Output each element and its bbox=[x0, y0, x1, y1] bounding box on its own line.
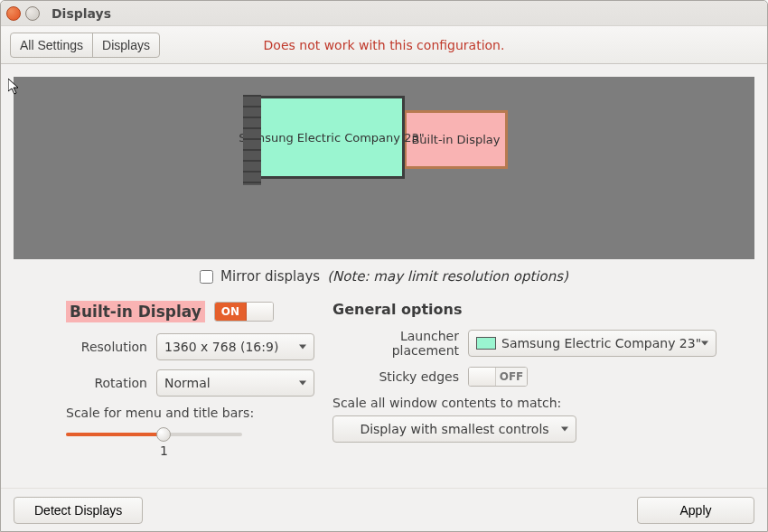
mirror-label: Mirror displays bbox=[220, 268, 320, 285]
monitor-label: Built-in Display bbox=[411, 133, 500, 146]
launcher-placement-select[interactable]: Samsung Electric Company 23" bbox=[468, 330, 716, 357]
general-options-title: General options bbox=[332, 301, 745, 318]
scale-windows-label: Scale all window contents to match: bbox=[332, 396, 745, 410]
config-warning: Does not work with this configuration. bbox=[264, 38, 505, 52]
titlebar: Displays bbox=[1, 1, 767, 26]
settings-area: Built-in Display ON Resolution 1360 x 76… bbox=[1, 285, 767, 454]
toggle-label: OFF bbox=[496, 368, 527, 386]
mirror-checkbox[interactable] bbox=[200, 270, 213, 284]
slider-value: 1 bbox=[160, 443, 168, 458]
rotation-label: Rotation bbox=[66, 376, 147, 390]
general-options-column: General options Launcher placement Samsu… bbox=[332, 301, 745, 454]
mirror-note: (Note: may limit resolution options) bbox=[327, 268, 568, 285]
sticky-edges-toggle[interactable]: OFF bbox=[468, 367, 528, 387]
monitor-label: Samsung Electric Company 23" bbox=[239, 131, 424, 145]
close-icon[interactable] bbox=[6, 6, 21, 21]
toolbar: All Settings Displays Does not work with… bbox=[1, 26, 767, 64]
toggle-knob bbox=[246, 303, 273, 321]
monitor-samsung[interactable]: Samsung Electric Company 23" bbox=[258, 96, 405, 179]
scale-windows-select[interactable]: Display with smallest controls bbox=[332, 415, 576, 443]
chevron-down-icon bbox=[701, 341, 708, 346]
bottom-bar: Detect Displays Apply bbox=[1, 488, 767, 531]
chevron-down-icon bbox=[299, 381, 306, 386]
resolution-select[interactable]: 1360 x 768 (16:9) bbox=[156, 333, 314, 360]
displays-window: Displays All Settings Displays Does not … bbox=[0, 0, 768, 532]
ui-scale-label: Scale for menu and title bars: bbox=[66, 406, 314, 420]
window-title: Displays bbox=[52, 6, 111, 21]
chevron-down-icon bbox=[299, 345, 306, 350]
selected-display-name: Built-in Display bbox=[66, 301, 205, 322]
ui-scale-slider[interactable]: 1 bbox=[66, 425, 242, 454]
breadcrumb-displays[interactable]: Displays bbox=[93, 33, 159, 57]
slider-fill bbox=[66, 433, 164, 436]
toggle-label: ON bbox=[215, 303, 246, 321]
selected-display-column: Built-in Display ON Resolution 1360 x 76… bbox=[66, 301, 314, 454]
rotation-value: Normal bbox=[164, 376, 211, 390]
launcher-placement-label: Launcher placement bbox=[332, 329, 459, 358]
mirror-row: Mirror displays (Note: may limit resolut… bbox=[1, 268, 767, 285]
rotation-select[interactable]: Normal bbox=[156, 369, 314, 397]
chevron-down-icon bbox=[561, 427, 568, 432]
resolution-value: 1360 x 768 (16:9) bbox=[164, 340, 278, 354]
breadcrumb: All Settings Displays bbox=[10, 33, 160, 58]
scale-windows-value: Display with smallest controls bbox=[341, 422, 568, 436]
launcher-placement-value: Samsung Electric Company 23" bbox=[501, 336, 701, 350]
color-swatch bbox=[476, 337, 496, 350]
breadcrumb-all-settings[interactable]: All Settings bbox=[11, 33, 93, 57]
minimize-icon[interactable] bbox=[25, 6, 40, 21]
detect-displays-button[interactable]: Detect Displays bbox=[14, 497, 143, 524]
sticky-edges-label: Sticky edges bbox=[332, 369, 459, 384]
toggle-knob bbox=[469, 368, 496, 386]
resolution-label: Resolution bbox=[66, 340, 147, 354]
display-power-toggle[interactable]: ON bbox=[214, 302, 274, 322]
slider-thumb[interactable] bbox=[156, 427, 171, 442]
apply-button[interactable]: Apply bbox=[637, 497, 754, 524]
display-arrangement-preview[interactable]: Samsung Electric Company 23" Built-in Di… bbox=[14, 77, 754, 259]
